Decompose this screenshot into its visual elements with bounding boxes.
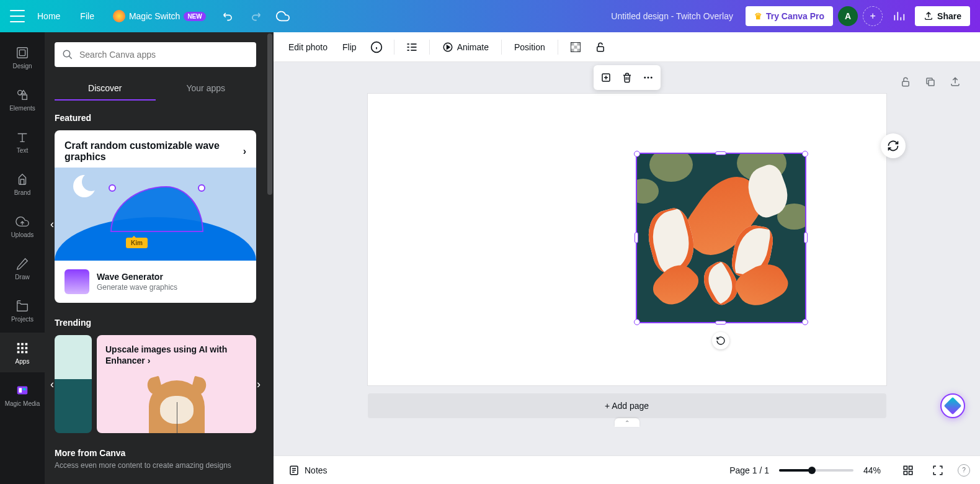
svg-rect-14: [19, 388, 22, 392]
design-icon: [15, 45, 30, 60]
elements-icon: [15, 87, 30, 102]
more-heading: More from Canva: [55, 448, 256, 458]
more-button[interactable]: [638, 68, 658, 87]
tab-your-apps[interactable]: Your apps: [156, 77, 257, 101]
resize-edge-left[interactable]: [635, 232, 638, 243]
animate-button[interactable]: Animate: [437, 38, 494, 56]
tab-discover[interactable]: Discover: [55, 77, 156, 101]
resize-handle-bl[interactable]: [634, 319, 640, 325]
rail-apps[interactable]: Apps: [0, 333, 45, 372]
svg-rect-28: [574, 45, 577, 48]
rail-brand[interactable]: Brand: [0, 164, 45, 204]
notes-icon: [288, 465, 300, 476]
flip-button[interactable]: Flip: [337, 38, 362, 56]
rail-draw[interactable]: Draw: [0, 248, 45, 288]
svg-point-37: [650, 76, 652, 78]
zoom-thumb[interactable]: [808, 467, 816, 474]
panel-scrollbar[interactable]: [266, 32, 274, 484]
list-button[interactable]: [402, 37, 422, 57]
koi-image: [637, 154, 805, 322]
search-box[interactable]: [55, 42, 256, 67]
rail-design[interactable]: Design: [0, 37, 45, 77]
rotate-handle[interactable]: [712, 332, 729, 349]
info-button[interactable]: [367, 37, 386, 57]
duplicate-page-button[interactable]: [920, 72, 940, 92]
selection-toolbar: [594, 65, 661, 90]
trending-next-button[interactable]: ›: [252, 372, 265, 397]
undo-button[interactable]: [217, 5, 239, 27]
menu-button[interactable]: [10, 10, 25, 22]
canvas-top-actions: [896, 72, 965, 92]
trending-card-partial[interactable]: [55, 335, 92, 433]
design-canvas[interactable]: [368, 94, 886, 385]
notes-button[interactable]: Notes: [283, 462, 332, 478]
lock-page-button[interactable]: [896, 72, 915, 92]
zoom-slider[interactable]: [779, 469, 853, 472]
resize-handle-br[interactable]: [802, 319, 808, 325]
page-indicator[interactable]: Page 1 / 1: [729, 465, 769, 475]
zoom-percentage[interactable]: 44%: [863, 465, 888, 475]
redo-button[interactable]: [244, 5, 267, 27]
rail-design-label: Design: [12, 63, 32, 69]
projects-icon: [15, 298, 30, 313]
featured-footer: Wave Generator Generate wave graphics: [55, 261, 256, 303]
edit-photo-button[interactable]: Edit photo: [283, 38, 332, 56]
home-link[interactable]: Home: [30, 6, 68, 26]
featured-preview: Kim: [55, 168, 256, 261]
canvas-toolbar: Edit photo Flip Animate Position: [274, 32, 980, 62]
help-fab[interactable]: [940, 393, 965, 418]
carousel-prev-button[interactable]: ‹: [46, 212, 58, 236]
resize-handle-tl[interactable]: [634, 151, 640, 157]
rail-magic-media[interactable]: Magic Media: [0, 375, 45, 415]
svg-rect-32: [902, 81, 909, 86]
regenerate-button[interactable]: [881, 133, 906, 158]
transparency-button[interactable]: [566, 37, 586, 57]
delete-button[interactable]: [617, 68, 637, 87]
chevron-right-icon: ›: [148, 356, 151, 365]
design-title[interactable]: Untitled design - Twitch Overlay: [604, 6, 741, 26]
try-pro-button[interactable]: ♛ Try Canva Pro: [746, 6, 833, 26]
svg-rect-9: [25, 347, 28, 349]
text-icon: [15, 130, 30, 145]
add-button[interactable]: [596, 68, 616, 87]
export-page-button[interactable]: [945, 72, 965, 92]
add-page-button[interactable]: + Add page: [368, 393, 886, 418]
rail-elements[interactable]: Elements: [0, 79, 45, 119]
wave-selection: [110, 186, 203, 232]
lock-button[interactable]: [590, 37, 610, 57]
rail-text[interactable]: Text: [0, 122, 45, 161]
expand-timeline-button[interactable]: ⌃: [615, 418, 639, 427]
crown-icon: ♛: [754, 11, 762, 21]
canvas-viewport[interactable]: + Add page ⌃: [274, 62, 980, 455]
selected-image[interactable]: [636, 153, 806, 323]
avatar[interactable]: A: [838, 6, 858, 26]
svg-rect-5: [21, 343, 24, 345]
notes-label: Notes: [305, 465, 327, 475]
magic-switch-button[interactable]: Magic Switch NEW: [107, 6, 212, 26]
cloud-sync-icon[interactable]: [272, 5, 294, 27]
file-link[interactable]: File: [73, 6, 102, 26]
position-button[interactable]: Position: [509, 38, 550, 56]
svg-rect-1: [19, 50, 25, 55]
fullscreen-button[interactable]: [928, 460, 948, 480]
grid-view-button[interactable]: [898, 460, 918, 480]
resize-edge-bottom[interactable]: [715, 321, 726, 325]
resize-handle-tr[interactable]: [802, 151, 808, 157]
trending-prev-button[interactable]: ‹: [46, 372, 58, 397]
rail-uploads-label: Uploads: [11, 231, 34, 238]
search-input[interactable]: [79, 50, 249, 60]
featured-card[interactable]: Craft random customizable wave graphics …: [55, 130, 256, 303]
rail-projects[interactable]: Projects: [0, 290, 45, 330]
svg-rect-10: [17, 351, 20, 353]
analytics-button[interactable]: [888, 5, 910, 27]
resize-edge-right[interactable]: [804, 232, 808, 243]
help-button[interactable]: ?: [958, 464, 970, 477]
resize-edge-top[interactable]: [715, 151, 726, 155]
trending-card-enhancer[interactable]: Upscale images using AI with Enhancer ›: [97, 335, 256, 433]
add-member-button[interactable]: +: [863, 6, 883, 26]
animate-icon: [442, 42, 453, 53]
svg-rect-19: [407, 47, 409, 48]
share-button[interactable]: Share: [915, 6, 970, 26]
rail-uploads[interactable]: Uploads: [0, 206, 45, 246]
search-icon: [62, 49, 73, 60]
